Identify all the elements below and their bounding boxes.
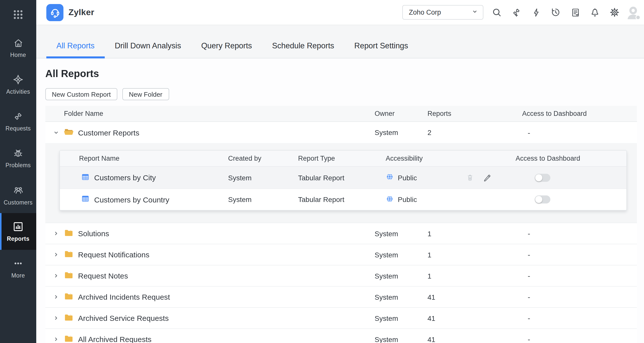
edit-icon[interactable] — [482, 173, 492, 182]
folder-icon — [63, 312, 74, 324]
reports-count-cell: 41 — [427, 293, 522, 301]
report-type-cell: Tabular Report — [298, 195, 386, 203]
apps-grid-icon[interactable] — [0, 0, 36, 29]
folder-name[interactable]: Request Notifications — [78, 250, 150, 259]
column-access-to-dashboard: Access to Dashboard — [522, 110, 637, 117]
accessibility-cell: Public — [398, 174, 417, 182]
org-selector[interactable]: Zoho Corp — [402, 5, 483, 20]
quick-actions-icon[interactable] — [531, 7, 541, 18]
sidebar-item-requests[interactable]: Requests — [0, 103, 36, 140]
owner-cell: System — [375, 128, 427, 136]
chevron-right-icon[interactable] — [52, 293, 60, 301]
folder-name[interactable]: Archived Incidents Request — [78, 293, 170, 301]
table-report-icon — [81, 173, 90, 183]
owner-cell: System — [375, 293, 427, 301]
ticket-add-icon[interactable] — [511, 7, 522, 18]
report-name-link[interactable]: Customers by City — [94, 173, 156, 182]
page-title: All Reports — [45, 68, 637, 80]
delete-icon[interactable] — [465, 173, 475, 182]
notifications-icon[interactable] — [590, 7, 600, 18]
column-folder-name: Folder Name — [45, 110, 375, 117]
column-created-by: Created by — [228, 155, 298, 162]
settings-icon[interactable] — [609, 7, 620, 18]
requests-icon — [13, 111, 24, 122]
folder-name[interactable]: Archived Service Requests — [78, 314, 169, 322]
folders-table-header: Folder Name Owner Reports Access to Dash… — [45, 106, 637, 122]
sidebar-item-activities[interactable]: Activities — [0, 66, 36, 103]
folder-name[interactable]: Customer Reports — [78, 128, 139, 137]
chevron-right-icon[interactable] — [52, 314, 60, 322]
accessibility-cell: Public — [398, 195, 417, 203]
reports-count-cell: 41 — [427, 314, 522, 322]
folder-name[interactable]: Solutions — [78, 229, 109, 238]
sidebar-nav: Home Activities Requests — [0, 29, 36, 287]
folder-row-archived-incidents-request[interactable]: Archived Incidents Request System 41 - — [45, 286, 637, 307]
chevron-down-icon[interactable] — [52, 129, 60, 136]
reports-count-cell: 41 — [427, 335, 522, 343]
folder-row-customer-reports[interactable]: Customer Reports System 2 - — [45, 122, 637, 143]
owner-cell: System — [375, 229, 427, 237]
access-cell: - — [522, 250, 637, 259]
home-icon — [13, 38, 23, 48]
chevron-right-icon[interactable] — [52, 230, 60, 237]
owner-cell: System — [375, 335, 427, 343]
topbar: Zylker Zoho Corp — [36, 0, 644, 25]
chevron-right-icon[interactable] — [52, 251, 60, 258]
dashboard-toggle[interactable] — [535, 195, 550, 203]
column-access-to-dashboard: Access to Dashboard — [465, 155, 535, 162]
search-icon[interactable] — [491, 7, 502, 18]
folder-row-solutions[interactable]: Solutions System 1 - — [45, 223, 637, 244]
column-report-name: Report Name — [60, 155, 228, 162]
report-row-customers-by-city: Customers by City System Tabular Report — [60, 167, 626, 188]
folder-name[interactable]: Request Notes — [78, 271, 128, 280]
folder-open-icon — [63, 126, 74, 139]
reports-count-cell: 1 — [427, 251, 522, 259]
history-icon[interactable] — [550, 7, 561, 18]
created-by-cell: System — [228, 174, 298, 182]
report-name-link[interactable]: Customers by Country — [94, 195, 169, 204]
sidebar-item-reports[interactable]: Reports — [0, 213, 36, 250]
tab-report-settings[interactable]: Report Settings — [344, 41, 418, 58]
reports-count-cell: 1 — [427, 229, 522, 237]
folder-icon — [63, 249, 74, 261]
sidebar-item-customers[interactable]: Customers — [0, 176, 36, 213]
topbar-icons — [491, 7, 620, 18]
reports-table: Report Name Created by Report Type Acces… — [59, 150, 627, 211]
sidebar-item-problems[interactable]: Problems — [0, 140, 36, 176]
folder-row-archived-service-requests[interactable]: Archived Service Requests System 41 - — [45, 307, 637, 328]
column-report-type: Report Type — [298, 155, 386, 162]
owner-cell: System — [375, 272, 427, 280]
sidebar-item-more[interactable]: More — [0, 250, 36, 287]
new-custom-report-button[interactable]: New Custom Report — [45, 88, 117, 100]
folder-row-request-notes[interactable]: Request Notes System 1 - — [45, 265, 637, 286]
new-folder-button[interactable]: New Folder — [122, 88, 169, 100]
more-icon — [13, 258, 24, 269]
column-owner: Owner — [375, 110, 427, 117]
tab-query-reports[interactable]: Query Reports — [191, 41, 262, 58]
sidebar-item-label: More — [11, 272, 25, 279]
chevron-right-icon[interactable] — [52, 272, 60, 280]
tab-all-reports[interactable]: All Reports — [46, 41, 105, 58]
activities-icon — [13, 74, 24, 85]
sidebar-item-label: Requests — [6, 125, 31, 131]
folder-name[interactable]: All Archived Requests — [78, 335, 152, 343]
folder-icon — [63, 333, 74, 343]
customers-icon — [12, 184, 24, 196]
report-row-customers-by-country: Customers by Country System Tabular Repo… — [60, 188, 626, 210]
folder-row-request-notifications[interactable]: Request Notifications System 1 - — [45, 244, 637, 265]
app-logo — [46, 4, 63, 21]
problems-icon — [13, 148, 24, 159]
dashboard-toggle[interactable] — [535, 174, 550, 182]
feedback-icon[interactable] — [570, 7, 581, 18]
user-avatar[interactable] — [625, 5, 641, 20]
chevron-right-icon[interactable] — [52, 335, 60, 343]
app-window: Home Activities Requests — [0, 0, 644, 343]
main-content: All Reports New Custom Report New Folder… — [36, 59, 644, 343]
tab-schedule-reports[interactable]: Schedule Reports — [262, 41, 344, 58]
tab-drill-down-analysis[interactable]: Drill Down Analysis — [105, 41, 191, 58]
sidebar-item-home[interactable]: Home — [0, 29, 36, 66]
column-reports: Reports — [427, 110, 522, 117]
sidebar-item-label: Reports — [7, 236, 29, 242]
folder-row-all-archived-requests[interactable]: All Archived Requests System 41 - — [45, 328, 637, 343]
headset-icon — [49, 7, 61, 18]
